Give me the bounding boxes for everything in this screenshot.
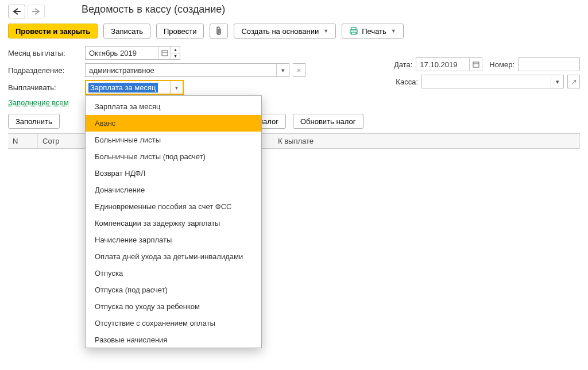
- col-n[interactable]: N: [8, 134, 38, 149]
- chevron-down-icon[interactable]: ▾: [276, 64, 289, 76]
- page-title: Ведомость в кассу (создание): [82, 2, 225, 20]
- svg-rect-5: [162, 51, 168, 56]
- update-tax-button[interactable]: Обновить налог: [293, 114, 363, 129]
- dept-input[interactable]: административное ▾: [85, 63, 289, 77]
- date-input[interactable]: 17.10.2019: [416, 57, 482, 71]
- print-button[interactable]: Печать ▼: [342, 24, 404, 38]
- pay-option[interactable]: Больничные листы (под расчет): [86, 148, 261, 165]
- pay-option[interactable]: Возврат НДФЛ: [86, 165, 261, 182]
- navbar: Ведомость в кассу (создание): [0, 0, 588, 20]
- calendar-icon[interactable]: [469, 58, 482, 71]
- command-bar: Провести и закрыть Записать Провести Соз…: [0, 20, 588, 44]
- fill-all-link[interactable]: Заполнение всем: [8, 96, 69, 111]
- col-topay[interactable]: К выплате: [273, 134, 580, 149]
- chevron-down-icon: ▼: [323, 28, 328, 34]
- pay-option[interactable]: Отпуска по уходу за ребенком: [86, 298, 261, 315]
- date-label: Дата:: [394, 60, 412, 69]
- pay-option[interactable]: Больничные листы: [86, 132, 261, 148]
- date-number-cluster: Дата: 17.10.2019 Номер:: [394, 57, 580, 71]
- svg-rect-3: [351, 28, 356, 30]
- pay-option[interactable]: Отпуска: [86, 265, 261, 282]
- dept-value: административное: [86, 66, 276, 75]
- pay-label: Выплачивать:: [8, 83, 82, 92]
- post-button[interactable]: Провести: [156, 24, 204, 38]
- svg-rect-7: [473, 62, 479, 67]
- row-month: Месяц выплаты: Октябрь 2019 ▲ ▼ Дата: 17…: [8, 44, 580, 61]
- back-button[interactable]: [8, 5, 25, 18]
- pay-field-wrap: Зарплата за месяц ▾ Зарплата за месяцАва…: [85, 80, 184, 95]
- pay-select[interactable]: Зарплата за месяц ▾: [85, 80, 184, 95]
- arrow-left-icon: [12, 8, 21, 15]
- month-label: Месяц выплаты:: [8, 49, 82, 57]
- date-value: 17.10.2019: [416, 60, 469, 69]
- number-label: Номер:: [489, 60, 514, 69]
- paperclip-icon: [215, 26, 223, 36]
- pay-option[interactable]: Отсутствие с сохранением оплаты: [86, 315, 261, 332]
- month-value: Октябрь 2019: [86, 49, 158, 57]
- pay-dropdown: Зарплата за месяцАвансБольничные листыБо…: [85, 95, 262, 348]
- month-input[interactable]: Октябрь 2019 ▲ ▼: [85, 46, 180, 60]
- fill-button[interactable]: Заполнить: [8, 114, 60, 129]
- arrow-right-icon: [32, 8, 41, 15]
- cash-cluster: Касса: ▾ ↗: [396, 75, 580, 88]
- month-spinner[interactable]: ▲ ▼: [171, 47, 180, 59]
- print-label: Печать: [362, 27, 386, 36]
- chevron-down-icon[interactable]: ▾: [170, 81, 183, 94]
- printer-icon: [349, 27, 358, 35]
- pay-option[interactable]: Оплата дней ухода за детьми-инвалидами: [86, 248, 261, 265]
- pay-option[interactable]: Начисление зарплаты: [86, 232, 261, 248]
- form-fields: Месяц выплаты: Октябрь 2019 ▲ ▼ Дата: 17…: [0, 44, 588, 111]
- post-and-close-button[interactable]: Провести и закрыть: [8, 24, 98, 38]
- cash-label: Касса:: [396, 78, 418, 86]
- cash-open-button[interactable]: ↗: [567, 75, 580, 88]
- spin-up-icon[interactable]: ▲: [171, 47, 180, 53]
- pay-option[interactable]: Зарплата за месяц: [86, 98, 261, 115]
- save-button[interactable]: Записать: [103, 24, 150, 38]
- dept-clear-button[interactable]: ×: [293, 63, 305, 77]
- pay-option[interactable]: Разовые начисления: [86, 332, 261, 348]
- forward-button[interactable]: [28, 5, 45, 18]
- pay-option[interactable]: Отпуска (под расчет): [86, 282, 261, 298]
- cash-input[interactable]: ▾: [421, 75, 564, 88]
- number-input[interactable]: [518, 57, 580, 71]
- dept-label: Подразделение:: [8, 66, 82, 75]
- pay-option[interactable]: Единовременные пособия за счет ФСС: [86, 198, 261, 215]
- chevron-down-icon: ▼: [391, 28, 396, 34]
- calendar-icon[interactable]: [158, 47, 171, 59]
- chevron-down-icon[interactable]: ▾: [551, 75, 563, 88]
- attach-button[interactable]: [210, 24, 228, 38]
- create-based-on-button[interactable]: Создать на основании ▼: [234, 24, 336, 38]
- create-based-label: Создать на основании: [241, 27, 319, 36]
- pay-selected-text: Зарплата за месяц: [88, 83, 158, 92]
- pay-option[interactable]: Доначисление: [86, 182, 261, 198]
- pay-option[interactable]: Аванс: [86, 115, 261, 132]
- spin-down-icon[interactable]: ▼: [171, 53, 180, 60]
- pay-option[interactable]: Компенсации за задержку зарплаты: [86, 215, 261, 232]
- svg-rect-4: [351, 32, 356, 34]
